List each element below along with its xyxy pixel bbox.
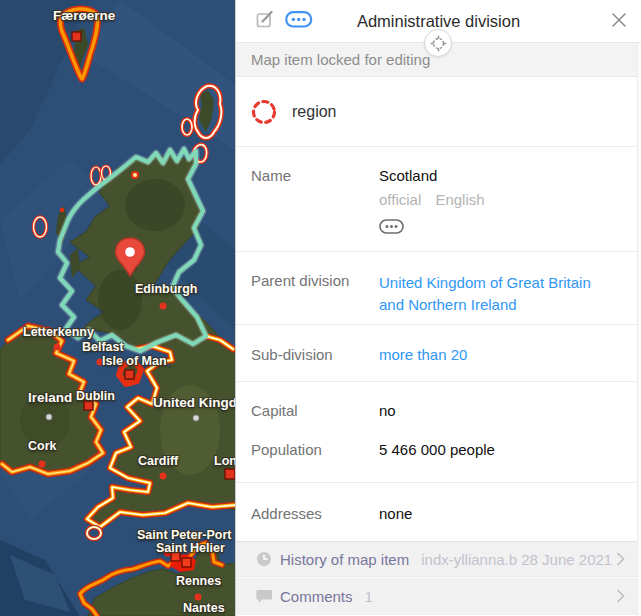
field-population: Population 5 466 000 people xyxy=(236,429,641,483)
field-name-value: Scotland xyxy=(379,167,619,184)
map-label-isle-of-man: Isle of Man xyxy=(102,355,167,368)
field-name-attributes: official English xyxy=(379,191,619,208)
field-capital: Capital no xyxy=(236,382,641,429)
parent-division-link[interactable]: United Kingdom of Great Britain and Nort… xyxy=(379,274,591,313)
map-label-saint-helier: Saint Helier xyxy=(156,542,225,555)
map-label-london: London xyxy=(214,455,235,468)
map-label-cardiff: Cardiff xyxy=(138,455,178,468)
details-panel: Administrative division Map item locked … xyxy=(235,0,641,616)
map-editor-window: Færøerne Edinburgh Letterkenny Belfast I… xyxy=(0,0,641,616)
subdivision-link[interactable]: more than 20 xyxy=(379,346,467,363)
field-population-label: Population xyxy=(251,441,379,482)
comments-count: 1 xyxy=(365,588,373,605)
field-addresses: Addresses none xyxy=(236,483,641,541)
map-viewport[interactable]: Færøerne Edinburgh Letterkenny Belfast I… xyxy=(0,0,235,616)
name-attr-official: official xyxy=(379,191,421,208)
map-label-edinburgh: Edinburgh xyxy=(135,283,198,296)
map-label-belfast: Belfast xyxy=(82,341,124,354)
field-name-label: Name xyxy=(251,167,379,251)
comment-icon xyxy=(256,588,272,604)
map-label-cork: Cork xyxy=(28,440,56,453)
clock-icon xyxy=(256,551,272,567)
close-icon xyxy=(610,11,628,29)
chevron-right-icon xyxy=(616,589,625,603)
map-label-dublin: Dublin xyxy=(76,390,115,403)
close-button[interactable] xyxy=(610,11,628,29)
map-canvas[interactable] xyxy=(0,0,235,616)
map-label-nantes: Nantes xyxy=(183,602,225,615)
map-label-letterkenny: Letterkenny xyxy=(23,326,94,339)
map-label-rennes: Rennes xyxy=(176,575,221,588)
chevron-right-icon xyxy=(616,552,625,566)
map-label-ireland: Ireland xyxy=(28,391,72,405)
history-row[interactable]: History of map item indx-yllianna.b 28 J… xyxy=(236,541,641,576)
field-subdivision-label: Sub-division xyxy=(251,346,379,381)
item-type-row: region xyxy=(236,77,641,147)
panel-scrollbar-gutter[interactable] xyxy=(637,44,641,616)
item-type-label: region xyxy=(292,103,336,121)
name-attr-language: English xyxy=(435,191,484,208)
field-name: Name Scotland official English xyxy=(236,147,641,252)
map-label-faeroerne: Færøerne xyxy=(53,9,115,23)
comments-label: Comments xyxy=(280,588,353,605)
field-addresses-value: none xyxy=(379,505,619,541)
field-capital-label: Capital xyxy=(251,402,379,429)
field-capital-value: no xyxy=(379,402,619,429)
field-parent-label: Parent division xyxy=(251,272,379,324)
name-more-button[interactable] xyxy=(379,219,404,234)
crosshair-icon xyxy=(430,35,447,52)
field-subdivision: Sub-division more than 20 xyxy=(236,325,641,382)
locate-on-map-button[interactable] xyxy=(424,29,452,57)
field-parent-division: Parent division United Kingdom of Great … xyxy=(236,252,641,325)
history-label: History of map item xyxy=(280,551,409,568)
history-meta: indx-yllianna.b 28 June 2021 xyxy=(421,551,612,568)
map-label-saint-peter-port: Saint Peter-Port xyxy=(137,529,231,542)
region-dashed-circle-icon xyxy=(251,99,277,125)
map-label-united-kingdom: United Kingdom xyxy=(153,396,235,410)
comments-row[interactable]: Comments 1 xyxy=(236,576,641,615)
field-addresses-label: Addresses xyxy=(251,505,379,541)
field-population-value: 5 466 000 people xyxy=(379,441,619,482)
